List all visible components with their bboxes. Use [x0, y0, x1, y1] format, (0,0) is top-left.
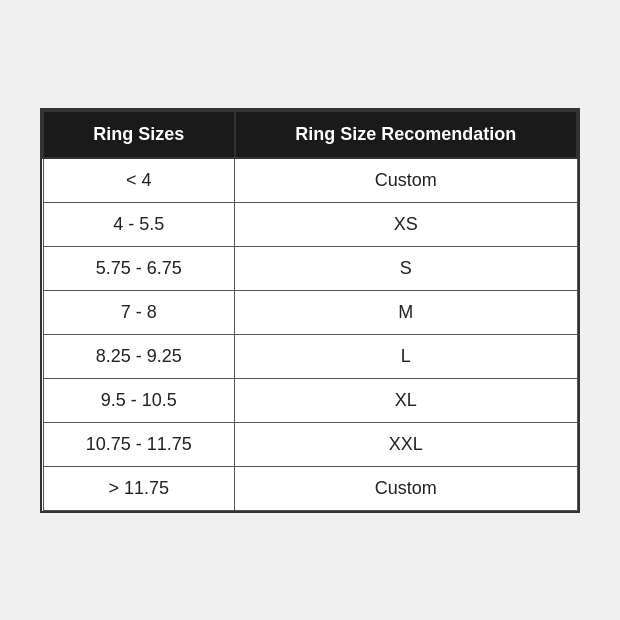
table-header-row: Ring Sizes Ring Size Recomendation — [43, 111, 577, 158]
ring-size-value: < 4 — [43, 158, 235, 203]
ring-size-recommendation-value: Custom — [235, 158, 577, 203]
table-row: 10.75 - 11.75XXL — [43, 422, 577, 466]
table-row: 7 - 8M — [43, 290, 577, 334]
table-row: > 11.75Custom — [43, 466, 577, 510]
ring-size-recommendation-value: XL — [235, 378, 577, 422]
ring-size-value: 8.25 - 9.25 — [43, 334, 235, 378]
ring-size-value: 10.75 - 11.75 — [43, 422, 235, 466]
ring-size-value: 9.5 - 10.5 — [43, 378, 235, 422]
ring-size-value: 4 - 5.5 — [43, 202, 235, 246]
table-row: 9.5 - 10.5XL — [43, 378, 577, 422]
table-row: 4 - 5.5XS — [43, 202, 577, 246]
ring-size-value: 5.75 - 6.75 — [43, 246, 235, 290]
table-row: 5.75 - 6.75S — [43, 246, 577, 290]
ring-size-recommendation-value: XXL — [235, 422, 577, 466]
ring-size-recommendation-value: Custom — [235, 466, 577, 510]
ring-size-table-container: Ring Sizes Ring Size Recomendation < 4Cu… — [40, 108, 580, 513]
ring-size-value: 7 - 8 — [43, 290, 235, 334]
ring-size-recommendation-value: M — [235, 290, 577, 334]
ring-size-recommendation-value: S — [235, 246, 577, 290]
ring-size-recommendation-value: L — [235, 334, 577, 378]
header-ring-sizes: Ring Sizes — [43, 111, 235, 158]
table-row: < 4Custom — [43, 158, 577, 203]
ring-size-recommendation-value: XS — [235, 202, 577, 246]
table-row: 8.25 - 9.25L — [43, 334, 577, 378]
header-ring-recommendation: Ring Size Recomendation — [235, 111, 577, 158]
ring-size-value: > 11.75 — [43, 466, 235, 510]
ring-size-table: Ring Sizes Ring Size Recomendation < 4Cu… — [42, 110, 578, 511]
